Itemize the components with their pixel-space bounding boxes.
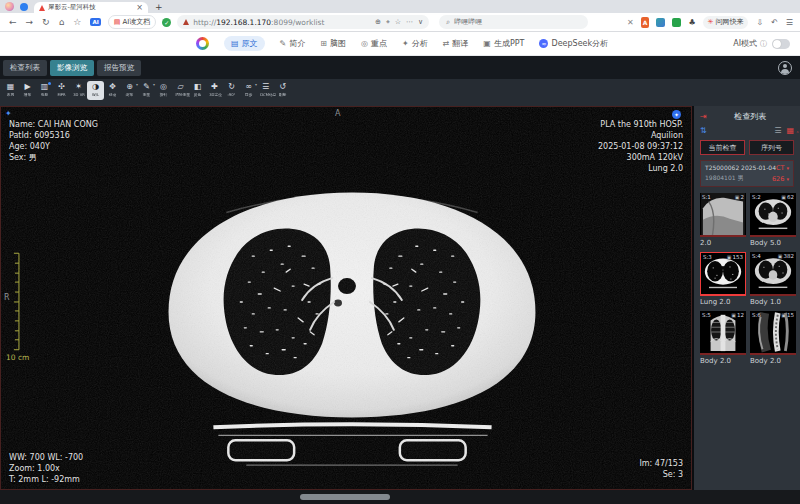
tool-layout[interactable]: ▦布局	[2, 81, 19, 100]
bookmark-icon[interactable]: ☆	[73, 18, 81, 27]
tab-image-browse[interactable]: 影像浏览	[50, 60, 94, 76]
doc-icon: ▤	[231, 39, 239, 48]
study-image-count: 626	[772, 175, 784, 183]
scrollbar-thumb[interactable]	[300, 494, 390, 500]
ai-mode-toggle[interactable]	[772, 39, 790, 49]
ct-axial-image[interactable]	[1, 107, 691, 489]
tab-title: 犀影云-星河科技	[48, 3, 136, 12]
url-site-icon	[183, 19, 189, 25]
url-caret-icon[interactable]: ∨	[418, 18, 423, 26]
ai-tab-summary[interactable]: ✎简介	[280, 38, 306, 49]
address-bar[interactable]: http://192.168.1.170:8099/worklist ⊕ ⌖ ☆…	[177, 15, 429, 29]
notification-dot	[48, 82, 51, 85]
zoom-page-icon[interactable]: ⊕	[375, 18, 381, 26]
tool-cine-play[interactable]: ▶播放	[19, 81, 36, 100]
extension-green-icon[interactable]	[672, 18, 681, 27]
tool-invert[interactable]: ◧反色	[189, 81, 206, 100]
info-icon[interactable]: ⓘ	[760, 39, 767, 49]
series-thumbnail-coronal[interactable]: S:5 ▣12 Body 2.0	[700, 311, 746, 366]
ai-extension-icon[interactable]: AI	[90, 18, 100, 26]
tool-sync[interactable]: ▾∞同步	[240, 81, 257, 100]
study-list-item[interactable]: T25000062 2025-01-04 19804101 男 CT ▾ 626…	[700, 160, 794, 187]
tool-dcm-info[interactable]: ☰DCM信息	[257, 81, 274, 100]
chevron-down-icon[interactable]: ▾	[786, 176, 789, 182]
tool-3d-vr[interactable]: ✶3D VR	[70, 81, 87, 100]
tool-3d-locate[interactable]: ✚3D定位	[206, 81, 223, 100]
tab-report-preview[interactable]: 报告预览	[97, 60, 141, 76]
location-pin-icon[interactable]: ⌖	[386, 18, 390, 26]
tool-window-level[interactable]: ◑W/L	[87, 81, 104, 100]
study-modality: CT	[776, 164, 785, 172]
favorite-star-icon[interactable]: ☆	[395, 18, 401, 26]
quick-search-box[interactable]: ⌕ 哔哩哔哩	[439, 15, 588, 29]
series-thumbnail-scout[interactable]: S:1 ▣2 2.0	[700, 193, 746, 248]
tool-probe[interactable]: ◎探针	[155, 81, 172, 100]
tool-zoom[interactable]: ▾⊕缩放	[121, 81, 138, 100]
pinned-extension-icon[interactable]	[20, 3, 28, 11]
orientation-anterior: A	[335, 109, 340, 118]
search-icon: ⌕	[446, 18, 450, 26]
tool-refresh[interactable]: ↺刷新	[274, 81, 291, 100]
filter-current-exam[interactable]: 当前检查	[700, 140, 745, 155]
ai-assistant-logo[interactable]	[196, 37, 209, 50]
ct-viewport[interactable]: ✦ ✦ A R 10 cm Name: CAI HAN CONG PatId: …	[0, 106, 692, 490]
sort-icon[interactable]: ⇅	[700, 126, 707, 135]
tool-mpr[interactable]: ✣MPR	[53, 81, 70, 100]
ai-overlay-icon[interactable]: ✦	[672, 110, 681, 119]
browser-tab[interactable]: 犀影云-星河科技 ×	[34, 2, 148, 13]
safety-shield-icon[interactable]: ✓	[162, 18, 171, 27]
forward-icon[interactable]: →	[26, 18, 34, 27]
tab-close-icon[interactable]: ×	[136, 4, 143, 12]
tab-worklist[interactable]: 检查列表	[3, 60, 47, 76]
ai-assistant-bar: ▤原文 ✎简介 ⊞脑图 ◎重点 ✦分析 ⇄翻译 ▣生成PPT ≈DeepSeek…	[0, 32, 800, 56]
extension-a-icon[interactable]: A	[641, 17, 650, 28]
tool-film[interactable]: ▥电影	[36, 81, 53, 100]
extensions-menu-icon[interactable]: ♣	[688, 18, 695, 27]
extension-image-icon[interactable]	[656, 18, 665, 27]
tool-rotate-90[interactable]: ↻-90°	[223, 81, 240, 100]
protocol-name: Lung 2.0	[598, 163, 683, 174]
grid-view-icon[interactable]: ▦	[786, 126, 794, 135]
pan-icon: ✥	[104, 82, 121, 92]
reload-icon[interactable]: ↻	[42, 18, 50, 27]
filter-series-number[interactable]: 序列号	[749, 140, 794, 155]
ai-doc-button[interactable]: ▤ AI读文档	[108, 15, 156, 29]
study-patient: 19804101 男	[705, 174, 772, 183]
sidebar-title: 检查列表	[707, 111, 794, 122]
user-account-icon[interactable]	[778, 61, 792, 75]
image-count-icon: ▣	[781, 194, 786, 200]
annotation-toggle-icon[interactable]: ✦	[5, 109, 12, 118]
ai-tab-translate[interactable]: ⇄翻译	[443, 38, 469, 49]
series-thumbnail-body1[interactable]: S:4 ▣382 Body 1.0	[750, 252, 796, 307]
scroll-up-icon[interactable]: ˄	[796, 130, 799, 137]
ai-tab-keypoints[interactable]: ◎重点	[361, 38, 387, 49]
series-thumbnail-lung2-selected[interactable]: S:3 ▣153 Lung 2.0	[700, 252, 746, 307]
ai-tab-ppt[interactable]: ▣生成PPT	[483, 38, 524, 49]
url-text[interactable]: http://192.168.1.170:8099/worklist	[193, 18, 324, 27]
back-icon[interactable]: ←	[9, 18, 17, 27]
ai-tab-analyze[interactable]: ✦分析	[402, 38, 428, 49]
home-icon[interactable]: ⌂	[59, 18, 65, 27]
browser-menu-icon[interactable]: ☰	[786, 18, 793, 27]
chevron-down-icon[interactable]: ▾	[786, 165, 789, 171]
new-tab-button[interactable]: +	[155, 2, 163, 12]
extension-cut-icon[interactable]: ✕	[627, 18, 634, 27]
patient-info-overlay: Name: CAI HAN CONG PatId: 6095316 Age: 0…	[9, 119, 98, 163]
downloads-icon[interactable]: ⇩	[756, 18, 763, 27]
list-view-icon[interactable]: ☰	[774, 126, 781, 135]
history-icon[interactable]: ↶	[771, 18, 778, 27]
tool-clear-measure[interactable]: ▱清除测量	[172, 81, 189, 100]
series-thumbnail-body5[interactable]: S:2 ▣62 Body 5.0	[750, 193, 796, 248]
profile-avatar[interactable]	[5, 2, 14, 11]
tool-pan[interactable]: ✥移动	[104, 81, 121, 100]
ai-tab-mindmap[interactable]: ⊞脑图	[320, 38, 346, 49]
ai-tab-deepseek[interactable]: ≈DeepSeek分析	[539, 38, 608, 49]
more-icon[interactable]: ⋯	[406, 18, 413, 26]
crosshair-icon: ✚	[206, 82, 223, 92]
collapse-panel-icon[interactable]: ⇥	[700, 112, 707, 121]
series-thumbnail-sagittal[interactable]: S:6 ▣15 Body 2.0	[750, 311, 796, 366]
tool-measure[interactable]: ▾✎测量	[138, 81, 155, 100]
ai-tab-original[interactable]: ▤原文	[224, 36, 265, 51]
series-label: Lung 2.0	[700, 298, 746, 307]
extension-badge[interactable]: ✳ 问网快来	[703, 16, 749, 29]
